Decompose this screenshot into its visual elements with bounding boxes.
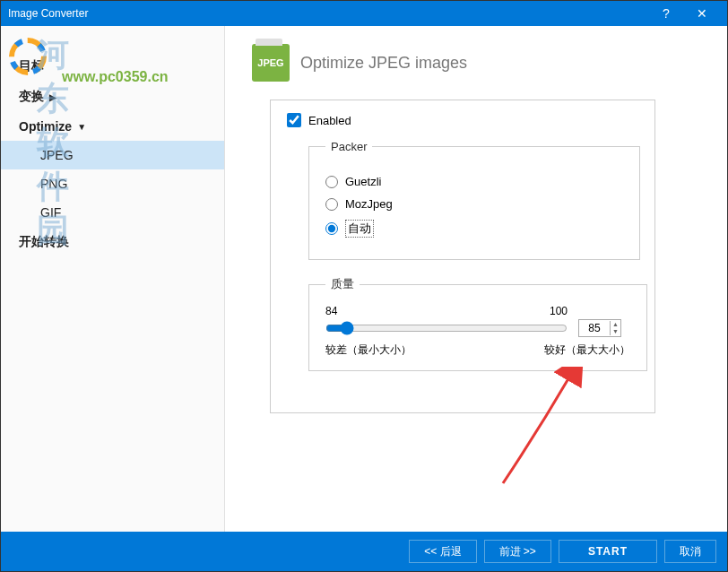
help-button[interactable]: ? [648,6,684,21]
footer-bar: << 后退 前进 >> START 取消 [1,532,727,571]
sidebar-item-target[interactable]: 目标 [1,51,224,82]
quality-slider[interactable] [325,321,568,335]
enabled-label: Enabled [308,114,351,127]
start-button[interactable]: START [559,540,657,563]
chevron-right-icon: ▶ [49,92,56,102]
page-title: Optimize JPEG images [300,54,467,73]
spinner-up-icon[interactable]: ▲ [612,321,619,328]
sidebar-item-transform[interactable]: 变换▶ [1,82,224,112]
close-button[interactable]: ✕ [684,6,720,21]
titlebar: Image Converter ? ✕ [1,1,727,26]
forward-button[interactable]: 前进 >> [484,540,551,563]
enabled-checkbox-row[interactable]: Enabled [287,113,638,127]
sidebar-item-jpeg[interactable]: JPEG [1,141,224,169]
quality-value-input[interactable] [579,320,610,336]
quality-spinner[interactable]: ▲▼ [578,319,621,337]
packer-auto-radio[interactable] [325,222,338,235]
packer-legend: Packer [325,140,372,153]
back-button[interactable]: << 后退 [409,540,476,563]
quality-fieldset: 质量 84 100 ▲▼ 较差（最小大小） 较好（最大大小） [308,276,647,371]
options-panel: Enabled Packer Guetzli MozJpeg 自动 质量 [270,100,655,413]
chevron-down-icon: ▼ [77,122,86,132]
content-area: JPEG Optimize JPEG images Enabled Packer… [225,26,727,532]
packer-fieldset: Packer Guetzli MozJpeg 自动 [308,140,640,260]
cancel-button[interactable]: 取消 [664,540,716,563]
quality-max-label: 100 [550,305,568,317]
sidebar-item-png[interactable]: PNG [1,169,224,198]
packer-guetzli-radio[interactable] [325,176,338,188]
enabled-checkbox[interactable] [287,113,301,127]
sidebar-item-start[interactable]: 开始转换 [1,227,224,257]
window-title: Image Converter [8,7,648,20]
quality-worse-label: 较差（最小大小） [325,342,412,358]
jpeg-format-icon: JPEG [252,44,290,82]
sidebar-item-gif[interactable]: GIF [1,198,224,227]
quality-min-label: 84 [325,305,337,317]
quality-legend: 质量 [325,276,360,292]
packer-guetzli-row[interactable]: Guetzli [325,175,623,188]
quality-better-label: 较好（最大大小） [544,342,630,358]
spinner-down-icon[interactable]: ▼ [612,328,619,335]
packer-auto-row[interactable]: 自动 [325,220,623,238]
packer-mozjpeg-radio[interactable] [325,198,338,211]
packer-mozjpeg-row[interactable]: MozJpeg [325,197,623,211]
sidebar: 目标 变换▶ Optimize▼ JPEG PNG GIF 开始转换 [1,26,225,532]
sidebar-item-optimize[interactable]: Optimize▼ [1,112,224,141]
